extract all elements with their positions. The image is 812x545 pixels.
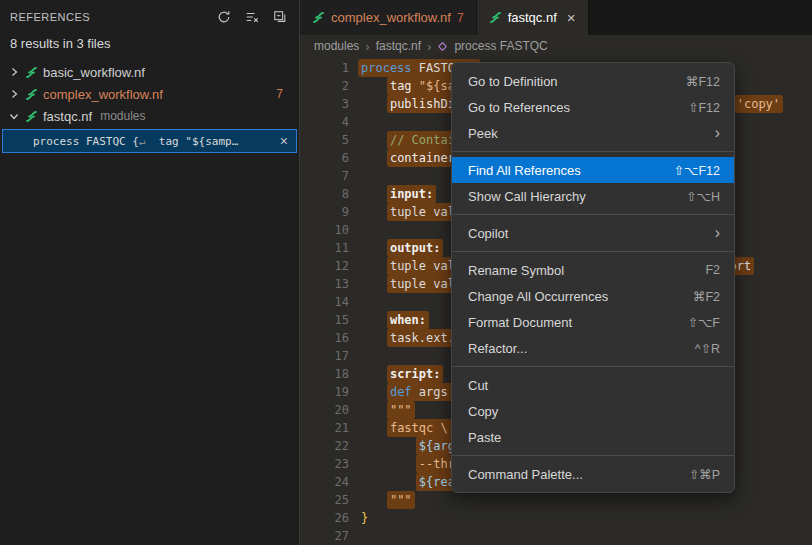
menu-item-show-call-hierarchy[interactable]: Show Call Hierarchy⇧⌥H [452,183,734,209]
submenu-arrow-icon: › [715,125,720,141]
find-match-highlight: input: [387,185,436,203]
menu-item-label: Cut [468,378,488,393]
menu-item-label: Format Document [468,315,572,330]
tree-item-fastqc-nf[interactable]: fastqc.nfmodules [0,105,299,127]
menu-shortcut: ⇧⌥F12 [674,163,720,178]
context-menu: Go to Definition⌘F12Go to References⇧F12… [451,62,735,493]
menu-item-peek[interactable]: Peek› [452,120,734,146]
menu-separator [452,151,734,152]
menu-item-copy[interactable]: Copy [452,398,734,424]
menu-item-label: Go to Definition [468,74,558,89]
breadcrumb-item-process-fastqc[interactable]: process FASTQC [454,39,547,53]
line-number: 5 [300,131,349,149]
panel-title: REFERENCES [10,11,90,23]
menu-item-format-document[interactable]: Format Document⇧⌥F [452,309,734,335]
line-number: 13 [300,275,349,293]
find-match-highlight: """ [387,491,415,509]
find-match-highlight: fastqc \ [387,419,451,437]
code-text[interactable]: input: [349,185,433,203]
nextflow-file-icon [25,88,38,101]
menu-item-label: Change All Occurrences [468,289,608,304]
breadcrumb-separator: › [365,39,369,54]
menu-item-command-palette[interactable]: Command Palette...⇧⌘P [452,461,734,487]
menu-item-cut[interactable]: Cut [452,372,734,398]
menu-shortcut: F2 [705,263,720,277]
find-match-highlight: output: [387,239,444,257]
menu-item-refactor[interactable]: Refactor...^⇧R [452,335,734,361]
code-line: 27 [300,527,812,545]
return-symbol: ↵ [139,135,146,148]
line-number: 2 [300,77,349,95]
menu-shortcut: ⇧⌥F [687,315,720,330]
file-problems-badge: 7 [276,87,291,101]
menu-item-label: Copilot [468,226,508,241]
menu-item-go-to-definition[interactable]: Go to Definition⌘F12 [452,68,734,94]
tab-label: fastqc.nf [508,10,557,25]
nextflow-icon [489,11,502,24]
code-text[interactable]: script: [349,365,440,383]
collapse-all-icon[interactable] [271,8,289,26]
menu-item-copilot[interactable]: Copilot› [452,220,734,246]
menu-shortcut: ⇧⌘P [689,467,720,482]
menu-item-go-to-references[interactable]: Go to References⇧F12 [452,94,734,120]
code-text[interactable] [349,113,361,131]
menu-item-label: Show Call Hierarchy [468,189,586,204]
breadcrumb: modules›fastqc.nf›process FASTQC [300,35,812,57]
close-icon[interactable]: × [567,9,576,26]
menu-separator [452,455,734,456]
line-number: 24 [300,473,349,491]
clear-all-icon[interactable] [243,8,261,26]
chevron-right-icon[interactable] [8,89,20,99]
menu-item-change-all-occurrences[interactable]: Change All Occurrences⌘F2 [452,283,734,309]
chevron-right-icon[interactable] [8,67,20,77]
code-text[interactable]: } [349,509,368,527]
code-text[interactable]: output: [349,239,440,257]
menu-item-find-all-references[interactable]: Find All References⇧⌥F12 [452,157,734,183]
dismiss-icon[interactable]: × [280,133,288,149]
code-text[interactable] [349,347,361,365]
menu-item-rename-symbol[interactable]: Rename SymbolF2 [452,257,734,283]
code-text[interactable] [349,293,361,311]
breadcrumb-item-fastqc-nf[interactable]: fastqc.nf [376,39,421,53]
line-number: 18 [300,365,349,383]
nextflow-icon [312,11,325,24]
tree-item-basic-workflow-nf[interactable]: basic_workflow.nf [0,61,299,83]
chevron-down-icon[interactable] [8,111,20,121]
menu-shortcut: ⇧⌥H [686,189,720,204]
tab-complex-workflow-nf[interactable]: complex_workflow.nf7 [300,0,477,35]
menu-shortcut: ⌘F12 [686,74,720,89]
line-number: 7 [300,167,349,185]
line-number: 6 [300,149,349,167]
menu-shortcut: ⌘F2 [693,289,720,304]
refresh-icon[interactable] [215,8,233,26]
references-header: REFERENCES [0,0,299,34]
menu-shortcut: ⇧F12 [688,100,720,115]
reference-item[interactable]: process FASTQC {↵ tag "${samp… × [2,129,297,153]
code-text[interactable] [349,167,361,185]
tree-item-complex-workflow-nf[interactable]: complex_workflow.nf7 [0,83,299,105]
menu-item-label: Copy [468,404,498,419]
tab-label: complex_workflow.nf [331,10,451,25]
line-number: 14 [300,293,349,311]
menu-separator [452,366,734,367]
line-number: 11 [300,239,349,257]
tab-fastqc-nf[interactable]: fastqc.nf× [477,0,589,35]
code-text[interactable]: """ [349,401,412,419]
menu-item-paste[interactable]: Paste [452,424,734,450]
code-text[interactable]: when: [349,311,426,329]
line-number: 3 [300,95,349,113]
code-text[interactable]: fastqc \ [349,419,448,437]
find-match-highlight: script: [387,365,444,383]
code-text[interactable]: """ [349,491,412,509]
code-text[interactable] [349,221,361,239]
breadcrumb-item-modules[interactable]: modules [314,39,359,53]
line-number: 21 [300,419,349,437]
breadcrumb-separator: › [427,39,431,54]
menu-separator [452,251,734,252]
code-text[interactable] [349,527,361,545]
tab-bar: complex_workflow.nf7fastqc.nf× [300,0,812,35]
submenu-arrow-icon: › [715,225,720,241]
reference-snippet-tail: tag "${samp… [146,135,239,148]
nextflow-file-icon [25,110,38,123]
code-line: 25 """ [300,491,812,509]
